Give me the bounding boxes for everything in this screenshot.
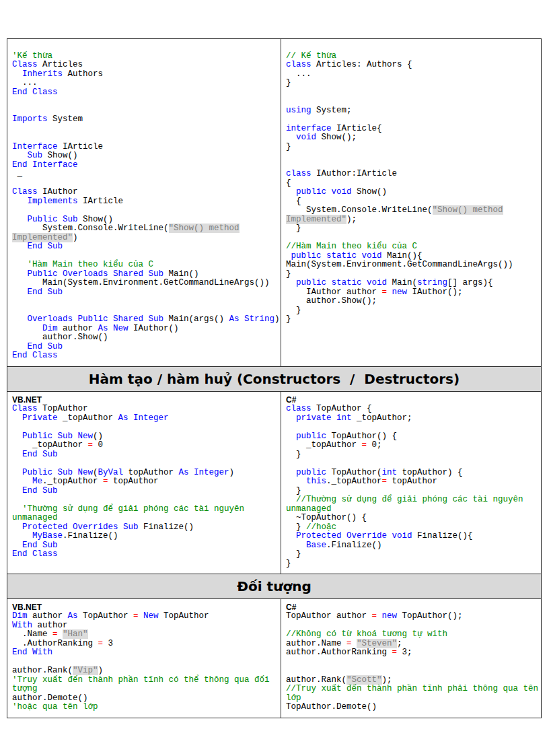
code-line: 'hoặc qua tên lớp [12,703,278,712]
code-line: tượng [12,685,278,694]
code-line: author.Name = "Steven"; [286,640,538,649]
code-line [286,42,538,52]
code-line: public static void Main(string[] args){ [286,279,538,288]
code-line: TopAuthor.Demote() [286,703,538,712]
code-line [286,423,538,432]
code-line: using System; [286,106,538,116]
code-line [12,97,278,106]
code-line: public static void Main(){ [286,252,538,261]
code-line: //Không có từ khoá tương tự with [286,630,538,640]
code-line: author.AuthorRanking = 3; [286,648,538,658]
code-line [12,252,278,261]
code-line [286,459,538,469]
code-line: lớp [286,694,538,703]
code-line: Public Overloads Shared Sub Main() [12,270,278,279]
code-line: End Class [12,88,278,98]
code-line: private int _topAuthor; [286,414,538,423]
code-line: _ [12,170,278,179]
code-line: interface IArticle{ [286,125,538,134]
constructors-csharp-cell: C# class TopAuthor { private int _topAut… [281,392,541,574]
code-line [12,125,278,134]
code-line: Private _topAuthor As Integer [12,414,278,423]
code-line [286,666,538,676]
section-header-constructors: Hàm tạo / hàm huỷ (Constructors / Destru… [7,366,541,391]
code-line: } //hoặc [286,523,538,532]
constructors-vbnet-cell: VB.NET Class TopAuthor Private _topAutho… [7,392,281,574]
code-line [12,42,278,52]
code-line: author.Show(); [286,297,538,306]
code-line: class Articles: Authors { [286,61,538,70]
code-line: Main(System.Environment.GetCommandLineAr… [12,279,278,288]
code-line: Me._topAuthor = topAuthor [12,477,278,487]
code-line [12,306,278,316]
code-line: //Thường sử dụng để giải phóng các tài n… [286,495,538,505]
code-line: IAuthor author = new IAuthor(); [286,288,538,298]
code-line: { [286,197,538,207]
code-line: .AuthorRanking = 3 [12,640,278,649]
code-line: Class IAuthor [12,188,278,197]
code-line: 'Hàm Main theo kiểu của C [12,261,278,270]
code-line: Inherits Authors [12,70,278,79]
code-line [12,423,278,432]
code-line [286,234,538,243]
code-line: Main(System.Environment.GetCommandLineAr… [286,261,538,270]
code-line [12,179,278,188]
code-line: End Sub [12,343,278,352]
code-line: Imports System [12,115,278,125]
code-line: 'Truy xuất đến thành phần tĩnh có thể th… [12,676,278,685]
code-line: 'Thường sử dụng để giải phóng các tài ng… [12,505,278,514]
code-line: End Class [12,550,278,559]
code-line: .Name = "Han" [12,630,278,640]
code-line: Protected Overrides Sub Finalize() [12,523,278,532]
code-line: End With [12,648,278,658]
code-line: public void Show() [286,188,538,197]
code-line [286,161,538,170]
code-line: { [286,179,538,188]
code-line: 'Kế thừa [12,52,278,61]
code-line: Overloads Public Shared Sub Main(args() … [12,315,278,324]
code-line: Protected Override void Finalize(){ [286,532,538,541]
code-line: author.Show() [12,333,278,343]
code-line: public TopAuthor(int topAuthor) { [286,469,538,478]
code-line [12,459,278,469]
code-line: System.Console.WriteLine("Show() method [12,224,278,234]
code-line: Sub Show() [12,151,278,161]
constructors-csharp-code-block: class TopAuthor { private int _topAuthor… [286,405,538,568]
code-line [12,495,278,505]
objects-csharp-cell: C# TopAuthor author = new TopAuthor(); /… [281,599,541,718]
code-line: ... [12,79,278,88]
code-line: // Kế thừa [286,52,538,61]
code-line: Public Sub Show() [12,215,278,225]
section-objects: VB.NET Dim author As TopAuthor = New Top… [7,598,541,718]
code-line: System.Console.WriteLine("Show() method [286,206,538,215]
code-line: } [286,79,538,88]
section-inheritance: 'Kế thừaClass Articles Inherits Authors … [7,39,541,366]
code-line: } [286,450,538,460]
code-line: class TopAuthor { [286,405,538,414]
code-line: End Interface [12,161,278,170]
code-line: Class TopAuthor [12,405,278,414]
code-line: _topAuthor = 0 [12,441,278,450]
code-line: author.Rank("Vip") [12,666,278,676]
code-line [286,621,538,631]
csharp-language-label: C# [286,395,538,405]
code-line [286,88,538,98]
code-line: } [286,306,538,316]
code-line [286,115,538,125]
code-line: TopAuthor author = new TopAuthor(); [286,612,538,621]
code-line [12,206,278,215]
objects-vbnet-cell: VB.NET Dim author As TopAuthor = New Top… [7,599,281,718]
vbnet-language-label: VB.NET [12,395,278,405]
code-line: End Sub [12,288,278,298]
code-line: End Sub [12,541,278,551]
code-line: Implements IArticle [12,197,278,207]
code-line: Interface IArticle [12,143,278,152]
code-line: } [286,550,538,559]
code-line: Implemented") [12,234,278,243]
code-line: author.Demote() [12,694,278,703]
code-line: public TopAuthor() { [286,432,538,442]
code-line [12,658,278,667]
code-line: class IAuthor:IArticle [286,170,538,179]
inheritance-csharp-cell: // Kế thừaclass Articles: Authors { ...}… [281,39,541,366]
inheritance-vbnet-cell: 'Kế thừaClass Articles Inherits Authors … [7,39,281,366]
